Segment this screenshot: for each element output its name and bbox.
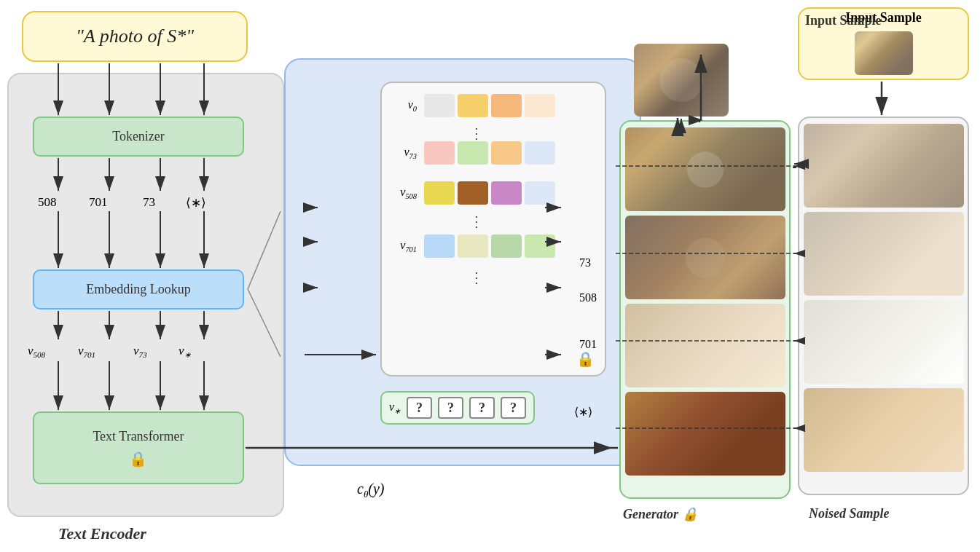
noise-clock-4 [804,388,964,472]
lookup-lock-icon: 🔒 [576,350,595,368]
transformer-label: Text Transformer [93,429,184,443]
generator-label: Generator 🔒 [623,506,698,522]
v508-block2 [458,181,488,205]
v508-block4 [525,181,555,205]
q-block-4: ? [501,397,526,419]
v701-label: v701 [389,239,417,253]
main-diagram: "A photo of S*" Text Encoder Tokenizer 5… [0,0,980,552]
v73-label: v73 [389,146,417,160]
v0-block1 [424,94,455,117]
v73-block4 [525,141,555,165]
token-73: 73 [143,195,155,210]
input-clock-img [855,31,913,75]
v701-block4 [525,234,555,258]
noise-clock-1 [804,124,964,208]
dots-1: ⋮ [469,125,484,142]
input-sample-title: Input Sample [805,13,882,28]
v0-label: v0 [389,98,417,113]
prompt-box: "A photo of S*" [22,11,248,62]
tokenizer-label: Tokenizer [112,129,165,144]
lookup-star-label: ⟨∗⟩ [574,405,592,419]
transformer-lock-icon: 🔒 [129,451,147,467]
noised-sample-label: Noised Sample [809,506,890,521]
tokenizer-box: Tokenizer [33,117,244,157]
vstar-box: v∗ ? ? ? ? [380,391,535,425]
lookup-num-701: 701 [579,338,597,351]
v73-block1 [424,141,455,165]
lookup-table-box: v0 ⋮ v73 [284,58,641,466]
q-block-2: ? [438,397,463,419]
gen-clock-2 [625,216,785,299]
text-encoder-label: Text Encoder [58,524,146,543]
v73-block2 [458,141,488,165]
v701-block1 [424,234,455,258]
q-block-3: ? [469,397,495,419]
token-star: ⟨∗⟩ [186,195,206,210]
vec-73: v73 [133,344,147,359]
noise-clock-3 [804,300,964,384]
transformer-box: Text Transformer 🔒 [33,411,244,484]
gen-clock-1 [625,127,785,211]
generator-box [619,120,791,499]
v508-block1 [424,181,455,205]
embedding-label: Embedding Lookup [86,282,190,297]
clock-top-img [634,44,729,117]
prompt-text: "A photo of S*" [76,25,194,47]
dots-3: ⋮ [469,269,484,286]
v701-block2 [458,234,488,258]
dots-2: ⋮ [469,213,484,230]
vec-star: v∗ [179,344,191,360]
v701-block3 [491,234,522,258]
vstar-label: v∗ [389,401,401,415]
token-701: 701 [89,195,108,210]
vec-508: v508 [28,344,45,359]
generator-lock-icon: 🔒 [682,506,698,522]
v508-block3 [491,181,522,205]
v508-label: v508 [389,186,417,200]
token-508: 508 [38,195,57,210]
lookup-num-508: 508 [579,291,597,304]
v73-block3 [491,141,522,165]
noise-clock-2 [804,212,964,296]
noised-sample-box [798,117,969,495]
gen-clock-3 [625,304,785,387]
gen-clock-4 [625,392,785,476]
v0-block3 [491,94,522,117]
vec-701: v701 [78,344,95,359]
v0-block4 [525,94,555,117]
v0-block2 [458,94,488,117]
lookup-num-73: 73 [579,256,591,269]
q-block-1: ? [407,397,432,419]
ctheta-label: cθ(y) [357,481,385,500]
embedding-box: Embedding Lookup [33,269,244,309]
